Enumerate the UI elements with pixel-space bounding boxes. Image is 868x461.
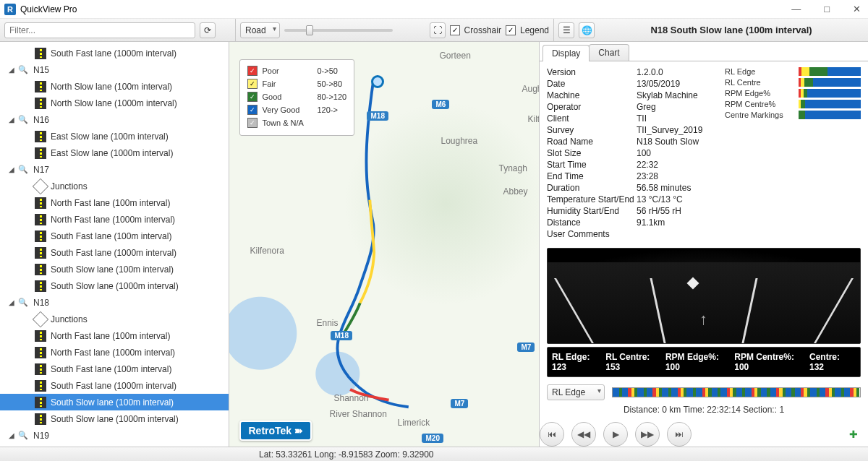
road-badge: M20 xyxy=(422,434,443,443)
overlay-metric: RL Edge: 123 xyxy=(552,352,605,372)
magnify-icon: 🔍 xyxy=(17,64,29,76)
filter-input[interactable] xyxy=(4,22,195,38)
mini-bar-label: RL Edge xyxy=(725,67,794,76)
rewind-button[interactable]: ◀◀ xyxy=(571,422,596,447)
legend-label: Legend xyxy=(520,25,549,35)
tree-label: N15 xyxy=(33,65,49,75)
legend-checkbox[interactable] xyxy=(506,25,516,35)
expand-icon: ◢ xyxy=(9,298,17,306)
playback-controls: ⏮ ◀◀ ▶ ▶▶ ⏭ ✚ xyxy=(540,422,868,447)
tree-item[interactable]: North Fast lane (1000m interval) xyxy=(0,211,229,228)
globe-button[interactable]: 🌐 xyxy=(579,22,595,38)
tree-item[interactable]: North Fast lane (1000m interval) xyxy=(0,344,229,361)
mini-bar-row: Centre Markings xyxy=(725,111,861,119)
lane-icon xyxy=(35,280,46,292)
tree-item[interactable]: South Slow lane (100m interval) xyxy=(0,394,229,410)
crosshair-label: Crosshair xyxy=(464,25,501,35)
tree-label: East Slow lane (1000m interval) xyxy=(51,148,173,158)
magnify-icon: 🔍 xyxy=(17,297,29,309)
lane-icon xyxy=(35,413,46,425)
detail-key: Temperature Start/End xyxy=(547,194,637,204)
sidebar-tree[interactable]: South Fast lane (1000m interval)◢🔍N15Nor… xyxy=(0,42,229,447)
forward-button[interactable]: ▶▶ xyxy=(635,422,660,447)
tree-group[interactable]: ◢🔍N16 xyxy=(0,111,229,128)
tree-item[interactable]: North Fast lane (100m interval) xyxy=(0,444,229,447)
fullscreen-button[interactable]: ⛶ xyxy=(430,22,446,38)
tree-item[interactable]: East Slow lane (1000m interval) xyxy=(0,145,229,161)
mini-bar-row: RPM Centre% xyxy=(725,100,861,108)
detail-value: TII xyxy=(637,113,716,124)
map-panel[interactable]: GorteenAughriKiltoLoughreaTynaghAbbeyKil… xyxy=(229,42,540,447)
tree-item[interactable]: South Slow lane (1000m interval) xyxy=(0,410,229,427)
skip-start-button[interactable]: ⏮ xyxy=(540,422,564,447)
section-strip[interactable] xyxy=(612,387,861,397)
legend-range: 50->80 xyxy=(317,79,342,88)
tree-label: South Fast lane (1000m interval) xyxy=(51,48,176,59)
tab-chart[interactable]: Chart xyxy=(589,44,629,61)
tree-item[interactable]: North Slow lane (100m interval) xyxy=(0,78,229,95)
coords-readout: Lat: 53.33261 Long: -8.91583 Zoom: 9.329… xyxy=(259,449,434,460)
detail-key: Date xyxy=(547,79,637,89)
detail-value: Greg xyxy=(637,102,716,112)
mini-bar-row: RL Centre xyxy=(725,78,861,87)
tree-group[interactable]: ◢🔍N15 xyxy=(0,61,229,78)
detail-value: 56 rH/55 rH xyxy=(637,206,716,216)
main: South Fast lane (1000m interval)◢🔍N15Nor… xyxy=(0,42,868,447)
road-badge: M7 xyxy=(517,342,535,352)
add-marker-icon[interactable]: ✚ xyxy=(849,428,858,440)
legend-label: Town & N/A xyxy=(262,119,312,127)
mini-bar xyxy=(799,67,861,76)
legend-range: 120-> xyxy=(317,105,337,114)
tree-item[interactable]: North Fast lane (100m interval) xyxy=(0,194,229,211)
legend-swatch xyxy=(247,105,258,115)
metric-dropdown[interactable]: RL Edge xyxy=(547,384,605,400)
tree-item[interactable]: Junctions xyxy=(0,311,229,327)
detail-key: Duration xyxy=(547,183,637,193)
detail-value: 1.2.0.0 xyxy=(637,67,716,77)
play-button[interactable]: ▶ xyxy=(603,422,628,447)
list-view-button[interactable]: ☰ xyxy=(558,22,574,38)
tree-item[interactable]: South Fast lane (1000m interval) xyxy=(0,45,229,61)
refresh-button[interactable]: ⟳ xyxy=(200,22,216,38)
tree-group[interactable]: ◢🔍N18 xyxy=(0,294,229,311)
overlay-metric: Centre: 132 xyxy=(809,352,856,372)
skip-end-button[interactable]: ⏭ xyxy=(667,422,692,447)
magnify-icon: 🔍 xyxy=(17,430,29,441)
road-badge: M18 xyxy=(331,331,352,340)
tab-display[interactable]: Display xyxy=(542,45,590,61)
tree-group[interactable]: ◢🔍N19 xyxy=(0,427,229,444)
tree-item[interactable]: North Fast lane (100m interval) xyxy=(0,327,229,344)
close-button[interactable]: ✕ xyxy=(850,2,864,16)
tree-item[interactable]: Junctions xyxy=(0,178,229,194)
tree-item[interactable]: East Slow lane (100m interval) xyxy=(0,128,229,145)
tree-label: North Fast lane (100m interval) xyxy=(51,331,170,341)
minimize-button[interactable]: — xyxy=(788,2,804,16)
details-panel: Display Chart Version1.2.0.0Date13/05/20… xyxy=(540,42,868,447)
tree-item[interactable]: South Slow lane (100m interval) xyxy=(0,261,229,277)
camera-view: ↑ xyxy=(547,248,861,344)
tree-item[interactable]: South Fast lane (100m interval) xyxy=(0,228,229,244)
detail-value: 56.58 minutes xyxy=(637,183,716,193)
legend-range: 0->50 xyxy=(317,66,337,75)
tree-item[interactable]: South Fast lane (1000m interval) xyxy=(0,244,229,261)
tree-item[interactable]: South Fast lane (1000m interval) xyxy=(0,377,229,394)
map-place-label: Kilfenora xyxy=(250,246,284,256)
detail-value: 13 °C/13 °C xyxy=(637,194,716,204)
lane-icon xyxy=(35,147,46,159)
detail-key: Road Name xyxy=(547,137,637,147)
zoom-slider[interactable] xyxy=(284,29,393,32)
map-place-label: Kilto xyxy=(527,114,540,124)
map-place-label: Gorteen xyxy=(439,51,470,61)
crosshair-checkbox[interactable] xyxy=(450,25,460,35)
lane-icon xyxy=(35,264,46,275)
tree-label: South Fast lane (1000m interval) xyxy=(51,381,176,391)
map-mode-dropdown[interactable]: Road xyxy=(240,22,280,38)
tree-item[interactable]: South Slow lane (1000m interval) xyxy=(0,277,229,294)
tree-item[interactable]: South Fast lane (100m interval) xyxy=(0,361,229,377)
tree-item[interactable]: North Slow lane (1000m interval) xyxy=(0,95,229,111)
maximize-button[interactable]: □ xyxy=(821,2,833,16)
lane-icon xyxy=(35,330,46,342)
tree-group[interactable]: ◢🔍N17 xyxy=(0,161,229,178)
detail-value: N18 South Slow xyxy=(637,137,716,147)
tree-label: South Slow lane (1000m interval) xyxy=(51,281,179,291)
